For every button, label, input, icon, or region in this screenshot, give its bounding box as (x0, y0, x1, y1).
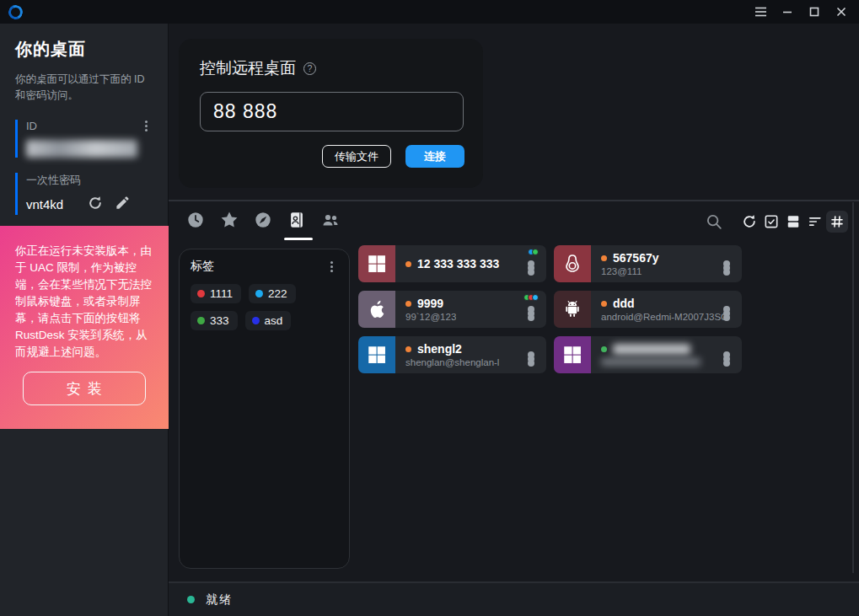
tags-title: 标签 (191, 259, 214, 274)
titlebar (0, 0, 859, 24)
tag-chip[interactable]: 1111 (191, 284, 241, 303)
minimize-button[interactable] (780, 4, 795, 19)
tags-panel: 标签 1111 222 333 asd (179, 249, 350, 569)
install-notice-panel: 你正在运行未安装版本，由于 UAC 限制，作为被控端，会在某些情况下无法控制鼠标… (0, 226, 169, 429)
peer-subtitle: shenglan@shenglan-l (405, 357, 499, 367)
one-time-password-field: 一次性密码 vnt4kd (15, 173, 153, 215)
peer-card[interactable] (554, 336, 742, 373)
control-remote-title: 控制远程桌面 (200, 57, 296, 79)
app-logo-icon (7, 3, 25, 21)
online-status-dot (601, 255, 607, 261)
connection-status-text: 就绪 (206, 592, 233, 608)
peer-card[interactable]: shengl2 shenglan@shenglan-l (358, 336, 546, 373)
session-indicators (530, 249, 539, 255)
peer-menu-icon[interactable] (723, 265, 730, 271)
online-status-dot (601, 346, 607, 352)
transfer-file-button[interactable]: 传输文件 (322, 145, 391, 168)
peer-card[interactable]: 9999 99`12@123 (358, 291, 546, 328)
otp-label: 一次性密码 (26, 173, 153, 188)
tag-color-dot (197, 290, 205, 297)
android-logo-icon (554, 291, 591, 328)
windows-logo-icon (554, 336, 591, 373)
tag-chip[interactable]: 333 (191, 311, 238, 330)
section-divider (169, 200, 859, 201)
tag-label: asd (265, 314, 283, 327)
peer-card[interactable]: 567567y 123@111 (554, 245, 742, 282)
install-notice-text: 你正在运行未安装版本，由于 UAC 限制，作为被控端，会在某些情况下无法控制鼠标… (15, 243, 154, 361)
id-field: ID (15, 120, 153, 158)
peer-subtitle: android@Redmi-M2007J3SC (601, 312, 727, 322)
peer-menu-icon[interactable] (723, 356, 730, 362)
install-button[interactable]: 安装 (23, 372, 146, 405)
tab-group[interactable] (320, 210, 341, 230)
status-bar: 就绪 (169, 581, 859, 616)
online-status-dot (405, 346, 411, 352)
online-status-dot (405, 261, 411, 267)
maximize-button[interactable] (807, 4, 822, 19)
apple-logo-icon (358, 291, 395, 328)
tag-label: 333 (210, 314, 229, 327)
tab-address-book[interactable] (287, 210, 307, 230)
peer-name: 12 333 333 333 (417, 257, 499, 271)
menu-hamburger-icon[interactable] (753, 4, 768, 19)
tag-color-dot (252, 317, 260, 324)
main-area: 控制远程桌面 ? 传输文件 连接 (169, 24, 859, 616)
search-icon[interactable] (703, 211, 725, 233)
peer-name: 567567y (613, 251, 659, 265)
close-button[interactable] (834, 4, 849, 19)
peer-name: shengl2 (417, 342, 462, 356)
rustdesk-window: 你的桌面 你的桌面可以通过下面的 ID 和密码访问。 ID 一次性密码 vnt4… (0, 0, 859, 616)
my-desktop-subtitle: 你的桌面可以通过下面的 ID 和密码访问。 (15, 72, 153, 104)
peer-menu-icon[interactable] (528, 265, 534, 271)
tab-recent-sessions[interactable] (185, 210, 206, 230)
peer-card[interactable]: 12 333 333 333 (358, 245, 546, 282)
help-icon[interactable]: ? (303, 62, 316, 75)
my-desktop-title: 你的桌面 (15, 38, 153, 61)
active-tab-underline (284, 238, 313, 240)
peer-name-blurred (613, 344, 690, 355)
peer-toolbar (703, 211, 848, 233)
scrollbar-track[interactable] (852, 202, 854, 573)
id-menu-icon[interactable] (145, 125, 148, 127)
id-value-blurred[interactable] (26, 140, 137, 158)
sort-icon[interactable] (804, 211, 826, 233)
windows-logo-icon (358, 245, 395, 282)
connection-status-dot (187, 596, 195, 603)
sidebar: 你的桌面 你的桌面可以通过下面的 ID 和密码访问。 ID 一次性密码 vnt4… (0, 24, 169, 616)
tags-menu-icon[interactable] (330, 265, 333, 268)
tab-favorites[interactable] (219, 210, 239, 230)
indicator-dot (532, 249, 539, 255)
peer-name: 9999 (417, 297, 443, 310)
peer-card[interactable]: ddd android@Redmi-M2007J3SC (554, 291, 742, 328)
card-view-icon[interactable] (782, 211, 804, 233)
peer-subtitle: 99`12@123 (405, 312, 456, 322)
edit-password-icon[interactable] (115, 195, 131, 215)
grid-view-icon[interactable] (826, 211, 848, 233)
peer-menu-icon[interactable] (528, 310, 534, 317)
peer-menu-icon[interactable] (528, 356, 534, 362)
select-checkbox-icon[interactable] (760, 211, 782, 233)
id-label: ID (26, 120, 37, 132)
remote-id-input[interactable] (200, 92, 464, 131)
otp-value: vnt4kd (26, 197, 63, 212)
refresh-password-icon[interactable] (87, 195, 104, 215)
indicator-dot (532, 294, 539, 301)
peer-grid: 12 333 333 333 567567y (358, 245, 742, 373)
tag-chip[interactable]: asd (245, 311, 292, 330)
tag-chip[interactable]: 222 (249, 284, 296, 303)
session-indicators (526, 294, 539, 301)
online-status-dot (601, 301, 607, 307)
tab-discovered[interactable] (253, 210, 273, 230)
connect-button[interactable]: 连接 (405, 145, 464, 168)
peer-subtitle-blurred (601, 358, 701, 366)
tag-color-dot (255, 290, 263, 297)
peer-name: ddd (613, 297, 635, 310)
control-remote-card: 控制远程桌面 ? 传输文件 连接 (179, 39, 483, 188)
peer-menu-icon[interactable] (723, 310, 730, 317)
online-status-dot (405, 301, 411, 307)
refresh-icon[interactable] (738, 211, 760, 233)
tag-label: 222 (268, 287, 287, 300)
tag-label: 1111 (210, 287, 233, 300)
linux-tux-icon (554, 245, 591, 282)
peer-tabs (185, 210, 341, 230)
